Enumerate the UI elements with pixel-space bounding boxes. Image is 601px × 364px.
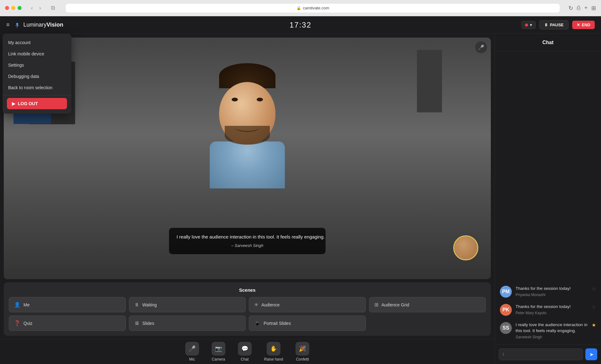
scene-waiting-label: Waiting: [142, 302, 157, 307]
chat-send-button[interactable]: ➤: [585, 348, 597, 360]
app: ≡ LuminaryVision 17:32 ▾ ⏸ PAUSE: [0, 16, 601, 364]
minimize-button[interactable]: [11, 6, 15, 10]
menu-divider: [3, 95, 71, 95]
toolbar-mic-button[interactable]: 🎤 Mic: [185, 342, 199, 361]
camera-icon-wrap: 📷: [212, 342, 225, 356]
scene-slides-label: Slides: [142, 321, 154, 326]
brand: LuminaryVision: [13, 21, 64, 29]
scene-audience-grid[interactable]: ⊞ Audience Grid: [369, 297, 486, 312]
menu-icon[interactable]: ≡: [6, 22, 10, 28]
pause-button[interactable]: ⏸ PAUSE: [539, 20, 568, 29]
tab-thumbnail-button[interactable]: ⧉: [49, 4, 57, 12]
menu-item-back-room[interactable]: Back to room selection: [3, 82, 71, 93]
rec-chevron: ▾: [530, 23, 532, 27]
scene-portrait-slides-icon: 📱: [254, 320, 260, 326]
quote-text: I really love the audience interaction i…: [177, 233, 318, 241]
msg-text-3: I really love the audience interaction i…: [516, 322, 588, 334]
scene-me[interactable]: 👤 Me: [9, 297, 126, 312]
scene-slides-icon: 🖥: [134, 320, 139, 326]
scene-audience[interactable]: ✳ Audience: [249, 297, 366, 312]
center-panel: I really love the audience interaction i…: [0, 34, 495, 364]
star-button-2[interactable]: ☆: [592, 304, 596, 310]
share-icon[interactable]: ⎙: [577, 5, 580, 12]
menu-item-label: Settings: [8, 63, 24, 68]
menu-item-debugging[interactable]: Debugging data: [3, 71, 71, 82]
scene-waiting-icon: ⏸: [134, 302, 139, 308]
bg-element: [417, 50, 442, 112]
maximize-button[interactable]: [18, 6, 22, 10]
scene-slides[interactable]: 🖥 Slides: [129, 315, 246, 331]
chat-header: Chat: [495, 34, 601, 51]
url-text: camtivate.com: [303, 6, 329, 10]
menu-item-link-mobile[interactable]: Link mobile device: [3, 48, 71, 59]
chat-avatar-2: PK: [500, 304, 512, 316]
camera-label: Camera: [212, 357, 225, 361]
logout-label: LOG OUT: [18, 101, 38, 106]
chat-title: Chat: [542, 40, 554, 45]
mic-label: Mic: [189, 357, 195, 361]
mic-icon-wrap: 🎤: [185, 342, 199, 356]
pause-icon: ⏸: [544, 23, 548, 27]
close-button[interactable]: [5, 6, 9, 10]
msg-content-3: I really love the audience interaction i…: [516, 322, 588, 339]
address-bar[interactable]: 🔒 camtivate.com: [66, 4, 560, 13]
menu-item-settings[interactable]: Settings: [3, 59, 71, 71]
msg-text-1: Thanks for the session today!: [516, 286, 588, 292]
back-button[interactable]: ‹: [29, 4, 35, 12]
toolbar-chat-button[interactable]: 💬 Chat: [238, 342, 252, 361]
chat-avatar-1: PM: [500, 286, 512, 298]
end-button[interactable]: ✕ END: [572, 21, 595, 29]
chat-messages: PM Thanks for the session today! Priyank…: [495, 51, 601, 344]
chat-icon-wrap: 💬: [238, 342, 252, 356]
msg-author-3: Sarveesh Singh: [516, 335, 588, 339]
scenes-grid: 👤 Me ⏸ Waiting ✳ Audience ⊞ Audience Gri…: [9, 297, 486, 331]
raise-hand-icon-wrap: ✋: [267, 342, 280, 356]
scene-quiz[interactable]: ❓ Quiz: [9, 315, 126, 331]
raise-hand-icon: ✋: [270, 345, 277, 352]
toolbar-camera-button[interactable]: 📷 Camera: [212, 342, 225, 361]
traffic-lights: [5, 6, 22, 10]
rec-indicator[interactable]: ▾: [521, 21, 536, 29]
chat-input[interactable]: [499, 348, 583, 360]
scene-waiting[interactable]: ⏸ Waiting: [129, 297, 246, 312]
scene-me-icon: 👤: [14, 302, 20, 308]
video-area: I really love the audience interaction i…: [4, 38, 491, 279]
menu-item-label: Link mobile device: [8, 51, 44, 56]
browser-actions: ↻ ⎙ + ⊞: [568, 5, 596, 12]
mic-icon: 🎤: [189, 345, 196, 352]
avatar-face: [455, 237, 477, 259]
reload-icon[interactable]: ↻: [568, 5, 573, 12]
lock-icon: 🔒: [296, 6, 301, 10]
toolbar-confetti-button[interactable]: 🎉 Confetti: [295, 342, 309, 361]
main-content: I really love the audience interaction i…: [0, 34, 601, 364]
scene-portrait-slides[interactable]: 📱 Portrait Slides: [249, 315, 366, 331]
person-silhouette: [207, 57, 288, 188]
browser-nav: ‹ ›: [29, 4, 43, 12]
topbar-right: ▾ ⏸ PAUSE ✕ END: [300, 20, 595, 29]
scene-audience-grid-icon: ⊞: [374, 302, 378, 308]
raise-hand-label: Raise hand: [264, 357, 283, 361]
svg-point-0: [16, 23, 18, 25]
scene-portrait-slides-label: Portrait Slides: [264, 321, 291, 326]
msg-content-1: Thanks for the session today! Priyanka M…: [516, 286, 588, 297]
browser-chrome: ‹ › ⧉ 🔒 camtivate.com ↻ ⎙ + ⊞: [0, 0, 601, 16]
camera-icon: 📷: [215, 345, 222, 352]
dropdown-menu: My account Link mobile device Settings D…: [3, 34, 71, 114]
scene-audience-icon: ✳: [254, 302, 258, 308]
video-mic-button[interactable]: 🎤: [475, 41, 487, 53]
scene-quiz-icon: ❓: [14, 320, 20, 326]
scene-audience-label: Audience: [261, 302, 280, 307]
toolbar-raise-hand-button[interactable]: ✋ Raise hand: [264, 342, 283, 361]
chat-panel: Chat PM Thanks for the session today! Pr…: [495, 34, 601, 364]
logout-button[interactable]: ▶ LOG OUT: [7, 98, 67, 109]
new-tab-icon[interactable]: +: [584, 5, 588, 12]
eye-left: [232, 98, 238, 101]
star-button-1[interactable]: ☆: [592, 286, 596, 292]
star-button-3[interactable]: ★: [592, 322, 596, 328]
sidebar-icon[interactable]: ⊞: [591, 5, 596, 12]
timer: 17:32: [290, 21, 311, 29]
brand-logo-icon: [13, 21, 21, 29]
forward-button[interactable]: ›: [37, 4, 43, 12]
menu-item-my-account[interactable]: My account: [3, 37, 71, 48]
video-quote: I really love the audience interaction i…: [169, 228, 326, 254]
